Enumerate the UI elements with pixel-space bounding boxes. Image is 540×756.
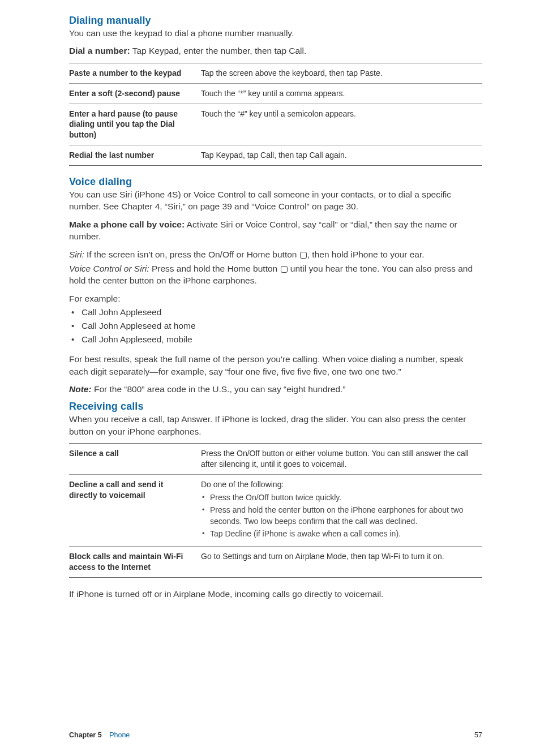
table-row: Paste a number to the keypad Tap the scr… [69, 63, 482, 83]
table-row: Enter a hard pause (to pause dialing unt… [69, 104, 482, 145]
voice-control-label: Voice Control or Siri: [69, 264, 152, 273]
section-heading-receiving: Receiving calls [69, 401, 482, 413]
make-call-label: Make a phone call by voice: [69, 220, 185, 229]
make-call-instruction: Make a phone call by voice: Activate Sir… [69, 218, 482, 243]
home-button-icon [281, 266, 288, 273]
siri-text-before: If the screen isn't on, press the On/Off… [84, 250, 299, 259]
dialing-row3-value: Tap Keypad, tap Call, then tap Call agai… [201, 145, 482, 166]
dialing-row2-value: Touch the “#” key until a semicolon appe… [201, 104, 482, 145]
siri-instruction: Siri: If the screen isn't on, press the … [69, 248, 482, 260]
voice-control-instruction: Voice Control or Siri: Press and hold th… [69, 263, 482, 287]
block-label: Block calls and maintain Wi-Fi access to… [69, 547, 201, 578]
footer-chapter-name: Phone [109, 731, 130, 739]
table-row: Redial the last number Tap Keypad, tap C… [69, 145, 482, 166]
dialing-intro: You can use the keypad to dial a phone n… [69, 27, 482, 39]
table-row: Decline a call and send it directly to v… [69, 474, 482, 546]
dialing-row1-label: Enter a soft (2-second) pause [69, 83, 201, 104]
dialing-row0-label: Paste a number to the keypad [69, 63, 201, 83]
footer-page-number: 57 [474, 731, 482, 739]
dial-number-label: Dial a number: [69, 46, 130, 55]
dialing-row0-value: Tap the screen above the keyboard, then … [201, 63, 482, 83]
note-label: Note: [69, 384, 92, 394]
dial-number-text: Tap Keypad, enter the number, then tap C… [130, 46, 307, 55]
receiving-after: If iPhone is turned off or in Airplane M… [69, 588, 482, 600]
example-label: For example: [69, 293, 482, 304]
receiving-table: Silence a call Press the On/Off button o… [69, 443, 482, 578]
dialing-row2-label: Enter a hard pause (to pause dialing unt… [69, 104, 201, 145]
table-row: Enter a soft (2-second) pause Touch the … [69, 83, 482, 104]
dialing-row1-value: Touch the “*” key until a comma appears. [201, 83, 482, 104]
voice-intro: You can use Siri (iPhone 4S) or Voice Co… [69, 188, 482, 213]
section-heading-voice: Voice dialing [69, 176, 482, 188]
block-value: Go to Settings and turn on Airplane Mode… [201, 547, 482, 578]
table-row: Block calls and maintain Wi-Fi access to… [69, 547, 482, 578]
note-body: For the “800” area code in the U.S., you… [92, 384, 346, 394]
dial-number-instruction: Dial a number: Tap Keypad, enter the num… [69, 45, 482, 57]
list-item: Call John Appleseed, mobile [79, 333, 482, 346]
silence-value: Press the On/Off button or either volume… [201, 444, 482, 475]
siri-text-after: , then hold iPhone to your ear. [307, 250, 425, 259]
list-item: Tap Decline (if iPhone is awake when a c… [209, 529, 479, 540]
list-item: Press the On/Off button twice quickly. [209, 492, 479, 504]
list-item: Call John Appleseed [79, 306, 482, 319]
decline-bullets: Press the On/Off button twice quickly. P… [201, 492, 479, 540]
list-item: Press and hold the center button on the … [209, 505, 479, 527]
receiving-intro: When you receive a call, tap Answer. If … [69, 413, 482, 437]
page-content: Dialing manually You can use the keypad … [0, 0, 540, 600]
voice-control-text-before: Press and hold the Home button [152, 264, 280, 273]
decline-intro: Do one of the following: [201, 480, 284, 489]
example-list: Call John Appleseed Call John Appleseed … [69, 306, 482, 346]
decline-value: Do one of the following: Press the On/Of… [201, 474, 482, 546]
home-button-icon [300, 252, 307, 259]
table-row: Silence a call Press the On/Off button o… [69, 444, 482, 475]
list-item: Call John Appleseed at home [79, 319, 482, 333]
page-footer: Chapter 5 Phone 57 [69, 731, 482, 739]
best-results-text: For best results, speak the full name of… [69, 353, 482, 377]
silence-label: Silence a call [69, 444, 201, 475]
footer-chapter-label: Chapter 5 [69, 731, 102, 739]
siri-label: Siri: [69, 250, 84, 259]
dialing-row3-label: Redial the last number [69, 145, 201, 166]
decline-label: Decline a call and send it directly to v… [69, 474, 201, 546]
note-text: Note: For the “800” area code in the U.S… [69, 383, 482, 395]
dialing-table: Paste a number to the keypad Tap the scr… [69, 63, 482, 166]
section-heading-dialing: Dialing manually [69, 15, 482, 27]
